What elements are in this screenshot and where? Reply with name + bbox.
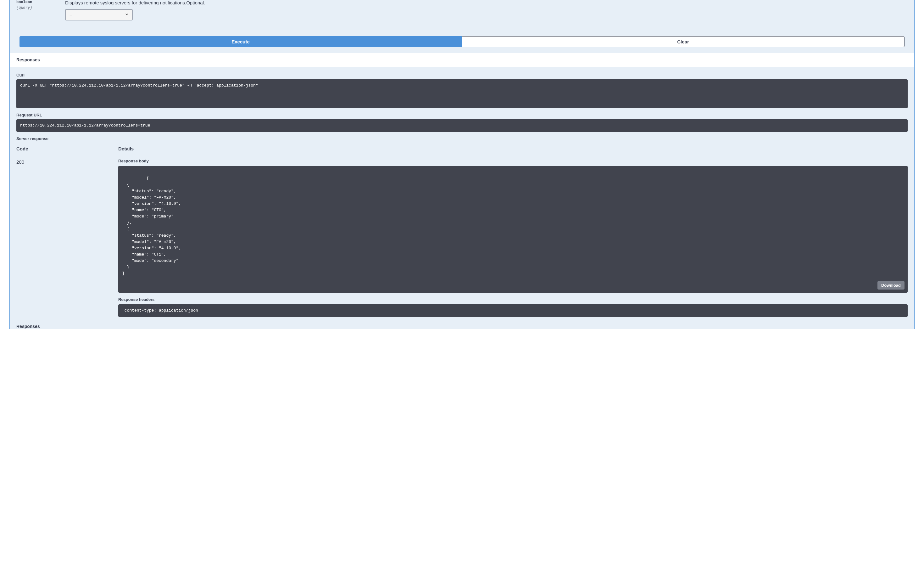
response-headers-label: Response headers bbox=[118, 297, 908, 302]
response-headers-block[interactable]: content-type: application/json bbox=[118, 305, 908, 317]
response-body-label: Response body bbox=[118, 159, 908, 163]
column-details: Details bbox=[118, 146, 908, 151]
response-columns-header: Code Details bbox=[16, 143, 908, 154]
param-in: (query) bbox=[16, 6, 46, 10]
responses-title: Responses bbox=[16, 57, 908, 62]
clear-button[interactable]: Clear bbox=[462, 36, 904, 47]
param-select[interactable]: -- bbox=[65, 9, 133, 20]
curl-block[interactable]: curl -X GET "https://10.224.112.10/api/1… bbox=[16, 79, 908, 108]
parameter-row: boolean (query) Displays remote syslog s… bbox=[16, 0, 908, 20]
request-url-block[interactable]: https://10.224.112.10/api/1.12/array?con… bbox=[16, 119, 908, 132]
request-url-label: Request URL bbox=[16, 113, 908, 118]
response-body-block[interactable]: [ { "status": "ready", "model": "FA-m20"… bbox=[118, 166, 908, 293]
curl-label: Curl bbox=[16, 73, 908, 78]
column-code: Code bbox=[16, 146, 118, 151]
execute-button[interactable]: Execute bbox=[20, 36, 462, 47]
bottom-responses-label: Responses bbox=[10, 323, 914, 329]
server-response-label: Server response bbox=[16, 136, 908, 141]
param-type: boolean bbox=[16, 0, 46, 4]
responses-header: Responses bbox=[10, 53, 914, 67]
response-row: 200 Response body [ { "status": "ready",… bbox=[16, 154, 908, 317]
param-description: Displays remote syslog servers for deliv… bbox=[65, 0, 908, 5]
download-button[interactable]: Download bbox=[878, 281, 904, 290]
response-code: 200 bbox=[16, 159, 118, 317]
